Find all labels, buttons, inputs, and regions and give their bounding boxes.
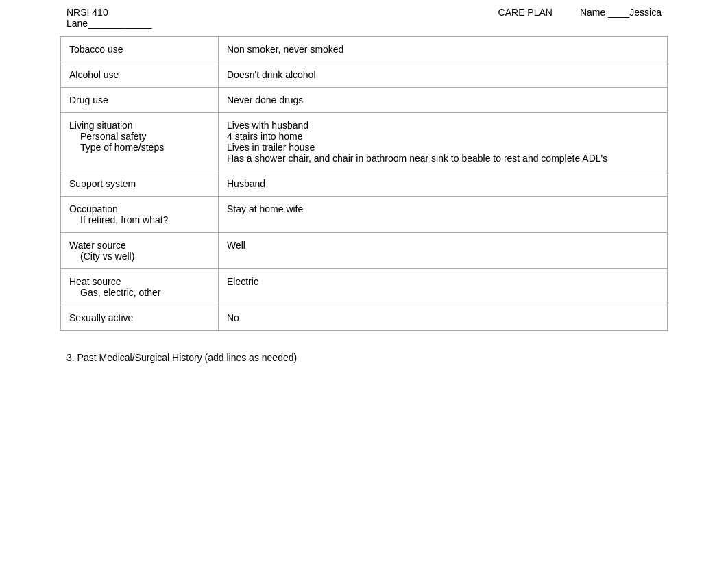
row-value: Electric bbox=[227, 276, 258, 287]
section3-text: 3. Past Medical/Surgical History (add li… bbox=[66, 352, 297, 363]
row-value-cell: Never done drugs bbox=[219, 88, 668, 113]
row-value-cell: Non smoker, never smoked bbox=[219, 37, 668, 62]
row-label: Living situation bbox=[69, 120, 133, 131]
row-value: Non smoker, never smoked bbox=[227, 44, 343, 55]
row-label-cell: Sexually active bbox=[61, 305, 219, 331]
row-label-cell: Living situationPersonal safetyType of h… bbox=[61, 113, 219, 171]
row-label-cell: Support system bbox=[61, 171, 219, 197]
row-label: Sexually active bbox=[69, 312, 133, 323]
row-label-cell: Alcohol use bbox=[61, 62, 219, 88]
row-value: Doesn't drink alcohol bbox=[227, 69, 316, 80]
row-label-cell: OccupationIf retired, from what? bbox=[61, 197, 219, 233]
row-value-cell: No bbox=[219, 305, 668, 331]
row-sub-label: Type of home/steps bbox=[69, 142, 164, 153]
row-value-cell: Electric bbox=[219, 269, 668, 305]
row-sub-label: Gas, electric, other bbox=[69, 287, 161, 298]
table-row: Support systemHusband bbox=[61, 171, 668, 197]
row-value-cell: Stay at home wife bbox=[219, 197, 668, 233]
row-label-cell: Heat sourceGas, electric, other bbox=[61, 269, 219, 305]
table-row: Drug useNever done drugs bbox=[61, 88, 668, 113]
row-label: Water source bbox=[69, 240, 126, 251]
care-plan-label: CARE PLAN bbox=[498, 7, 553, 18]
row-value-cell: Husband bbox=[219, 171, 668, 197]
row-label: Occupation bbox=[69, 203, 118, 214]
care-plan-table: Tobacco useNon smoker, never smokedAlcoh… bbox=[60, 36, 668, 331]
main-table-container: Tobacco useNon smoker, never smokedAlcoh… bbox=[60, 36, 668, 331]
row-label: Support system bbox=[69, 178, 136, 189]
row-sub-label: (City vs well) bbox=[69, 251, 134, 262]
row-label-cell: Drug use bbox=[61, 88, 219, 113]
row-label: Drug use bbox=[69, 95, 108, 105]
table-row: Heat sourceGas, electric, otherElectric bbox=[61, 269, 668, 305]
name-label: Name ____Jessica bbox=[580, 7, 662, 18]
table-row: Water source(City vs well)Well bbox=[61, 233, 668, 269]
row-label-cell: Water source(City vs well) bbox=[61, 233, 219, 269]
row-value: Stay at home wife bbox=[227, 203, 303, 214]
row-value-cell: Doesn't drink alcohol bbox=[219, 62, 668, 88]
row-label-cell: Tobacco use bbox=[61, 37, 219, 62]
page-header: NRSI 410 Lane____________ CARE PLAN Name… bbox=[0, 0, 728, 36]
table-row: Tobacco useNon smoker, never smoked bbox=[61, 37, 668, 62]
row-value: Never done drugs bbox=[227, 95, 303, 105]
table-row: Living situationPersonal safetyType of h… bbox=[61, 113, 668, 171]
row-value-cell: Well bbox=[219, 233, 668, 269]
table-row: Alcohol useDoesn't drink alcohol bbox=[61, 62, 668, 88]
row-label: Tobacco use bbox=[69, 44, 123, 55]
section-footer: 3. Past Medical/Surgical History (add li… bbox=[0, 331, 728, 384]
row-sub-label: Personal safety bbox=[69, 131, 147, 142]
row-label: Heat source bbox=[69, 276, 121, 287]
header-right: CARE PLAN Name ____Jessica bbox=[498, 7, 662, 18]
row-label: Alcohol use bbox=[69, 69, 119, 80]
course-label: NRSI 410 bbox=[66, 7, 152, 18]
row-value: Husband bbox=[227, 178, 265, 189]
row-sub-label: If retired, from what? bbox=[69, 214, 168, 225]
lane-label: Lane____________ bbox=[66, 18, 152, 29]
row-value: No bbox=[227, 312, 239, 323]
table-row: OccupationIf retired, from what?Stay at … bbox=[61, 197, 668, 233]
row-value: Lives with husband4 stairs into homeLive… bbox=[227, 120, 607, 164]
header-left: NRSI 410 Lane____________ bbox=[66, 7, 152, 29]
row-value-cell: Lives with husband4 stairs into homeLive… bbox=[219, 113, 668, 171]
row-value: Well bbox=[227, 240, 245, 251]
table-row: Sexually activeNo bbox=[61, 305, 668, 331]
